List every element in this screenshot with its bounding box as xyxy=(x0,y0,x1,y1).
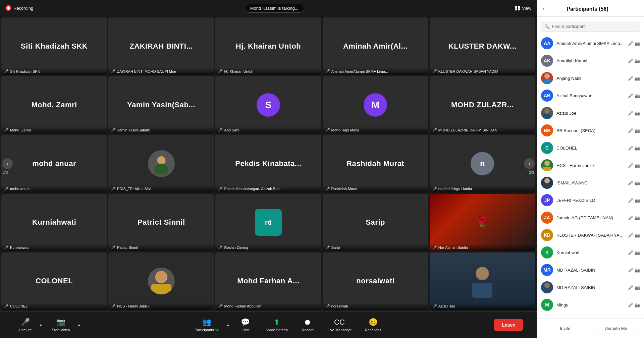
unmute-button[interactable]: 🎤 Unmute xyxy=(13,315,37,335)
unmute-caret[interactable]: ▲ xyxy=(38,322,44,328)
search-icon: 🔍 xyxy=(544,24,550,29)
list-item[interactable]: AA Aminah Amir(Alumni SMKA Lima... 🎤 📷 xyxy=(537,35,644,52)
cam-action-icon: 📷 xyxy=(635,285,640,290)
video-tile-8[interactable]: S 🎤 Abd Sani xyxy=(215,76,321,133)
unmute-group: 🎤 Unmute ▲ xyxy=(13,315,44,335)
prev-page-button[interactable]: ‹ xyxy=(2,158,13,169)
video-tile-row5-2[interactable]: 🎤HCS - Harmi Junick xyxy=(108,252,214,310)
list-item[interactable]: JA Jumain AG (PD TAMBUNAN) 🎤 📷 xyxy=(537,209,644,226)
participant-name: Anjang Nabil xyxy=(556,76,625,81)
video-tile-5[interactable]: KLUSTER DAKW... 🎤 KLUSTER DAKWAH SABAH Y… xyxy=(430,17,535,75)
list-item[interactable]: HCS - Harmi Junick 🎤 📷 xyxy=(537,157,644,174)
azizul-avatar xyxy=(541,107,553,119)
participant-actions: 🎤 📷 xyxy=(628,93,640,98)
video-tile-9[interactable]: M 🎤 Mohd Rapi Manji xyxy=(323,76,428,133)
video-tile-row5-3[interactable]: Mohd Farhan A...🎤Mohd Farhan Abdullah xyxy=(215,252,321,310)
video-tile-4[interactable]: Aminah Amir(Al... 🎤 Aminah Amir(Alumni S… xyxy=(323,17,428,75)
grid-icon xyxy=(515,6,520,10)
cam-action-icon: 📷 xyxy=(635,146,640,151)
list-item[interactable]: K Kurniahwati 🎤 📷 xyxy=(537,244,644,261)
video-caret[interactable]: ▲ xyxy=(76,322,82,328)
list-item[interactable]: MD RAZALI SAIBIN 🎤 📷 xyxy=(537,279,644,296)
avatar: M xyxy=(541,299,553,311)
chat-button[interactable]: 💬 Chat xyxy=(234,315,257,335)
video-tile-12[interactable]: 🎤 PDIS_TPr Alijus Sipil xyxy=(108,135,214,192)
participants-caret[interactable]: ▲ xyxy=(225,322,231,328)
tile-footer-7: 🎤 Yamin Yasin(Sabah) xyxy=(108,126,214,133)
share-screen-button[interactable]: ⬆ Share Screen xyxy=(260,315,293,335)
avatar: MR xyxy=(541,264,553,276)
mic-muted-icon: 🎤 xyxy=(21,318,30,327)
video-tile-row5-5[interactable]: 🎤Azizul Joe xyxy=(430,252,535,310)
svg-rect-3 xyxy=(157,164,165,166)
start-video-group: 📷 Start Video ▲ xyxy=(46,315,82,335)
mute-icon-15: 🎤 xyxy=(432,187,437,191)
record-icon: ⏺ xyxy=(304,318,311,327)
list-item[interactable]: KD KLUSTER DAKWAH SABAH YADIM 🎤 📷 xyxy=(537,226,644,244)
list-item[interactable]: MR MD RAZALI SAIBIN 🎤 📷 xyxy=(537,261,644,279)
unmute-me-button[interactable]: Unmute Me xyxy=(592,323,640,334)
tile-footer-6: 🎤 Mohd. Zamri xyxy=(1,126,107,133)
next-page-button[interactable]: › xyxy=(524,158,535,169)
video-tile-20[interactable]: 🌹 🎤 Nor Asmah Saidin xyxy=(430,194,535,251)
tile-footer-15: 🎤 norifed /cikgu Hanita xyxy=(430,185,535,192)
video-tile-11[interactable]: mohd anuar 🎤 mohd anuar xyxy=(1,135,107,192)
svg-rect-8 xyxy=(472,283,492,298)
video-tile-7[interactable]: Yamin Yasin(Sab... 🎤 Yamin Yasin(Sabah) xyxy=(108,76,214,133)
svg-point-12 xyxy=(544,108,550,114)
chat-icon: 💬 xyxy=(241,318,250,327)
tile-footer-2: 🎤 ZAKIRAH BINTI MOHD SAUPI Moe xyxy=(108,68,214,75)
tile-footer-9: 🎤 Mohd Rapi Manji xyxy=(323,126,428,133)
collapse-sidebar-button[interactable]: ‹ xyxy=(542,5,544,12)
mute-icon-6: 🎤 xyxy=(4,128,9,132)
start-video-button[interactable]: 📷 Start Video xyxy=(46,315,75,335)
video-tile-1[interactable]: Siti Khadizah SKK 🎤 Siti Khadizah SKK xyxy=(1,17,107,75)
talking-indicator: Mohd Kassim is talking... xyxy=(245,4,304,13)
video-tile-row5-1[interactable]: COLONEL🎤COLONEL xyxy=(1,252,107,310)
list-item[interactable]: C COLONEL 🎤 📷 xyxy=(537,139,644,157)
mute-icon-13: 🎤 xyxy=(218,187,223,191)
video-tile-3[interactable]: Hj. Khairan Untoh 🎤 Hj. Khairan Untoh xyxy=(215,17,321,75)
video-tile-17[interactable]: Patrict Sinnil 🎤 Patrict Sinnil xyxy=(108,194,214,251)
video-tile-15[interactable]: n 🎤 norifed /cikgu Hanita xyxy=(430,135,535,192)
video-tile-2[interactable]: ZAKIRAH BINTI... 🎤 ZAKIRAH BINTI MOHD SA… xyxy=(108,17,214,75)
list-item[interactable]: BR BB Rosnani (SECA) 🎤 📷 xyxy=(537,122,644,139)
list-item[interactable]: Anjang Nabil 🎤 📷 xyxy=(537,69,644,87)
mute-icon-5: 🎤 xyxy=(432,69,437,73)
cam-action-icon: 📷 xyxy=(635,180,640,185)
participant-actions: 🎤 📷 xyxy=(628,233,640,238)
video-tile-10[interactable]: MOHD ZULAZR... 🎤 MOHD ZULAZRIE DAHIM BIN… xyxy=(430,76,535,133)
record-button[interactable]: ⏺ Record xyxy=(296,315,319,335)
invite-button[interactable]: Invite xyxy=(541,323,589,334)
list-item[interactable]: JP JEFFRI PEKDIS LD 🎤 📷 xyxy=(537,191,644,209)
video-tile-row5-4[interactable]: norsalwati🎤norsalwati xyxy=(323,252,428,310)
mute-action-icon: 🎤 xyxy=(628,111,633,116)
list-item[interactable]: AK Amrullah Kamal 🎤 📷 xyxy=(537,52,644,69)
list-item[interactable]: M Mingu 🎤 📷 xyxy=(537,296,644,314)
video-tile-16[interactable]: Kurniahwati 🎤 Kurniahwati xyxy=(1,194,107,251)
list-item[interactable]: AB Azihal Bangsawan 🎤 📷 xyxy=(537,87,644,104)
live-transcript-button[interactable]: CC Live Transcript xyxy=(322,315,357,335)
participants-group: 👥 Participants 56 ▲ xyxy=(189,315,231,335)
cam-action-icon: 📷 xyxy=(635,76,640,81)
mute-icon-12: 🎤 xyxy=(111,187,116,191)
leave-button[interactable]: Leave xyxy=(494,319,523,331)
list-item[interactable]: ISMAIL AWANG 🎤 📷 xyxy=(537,174,644,191)
video-tile-6[interactable]: Mohd. Zamri 🎤 Mohd. Zamri xyxy=(1,76,107,133)
avatar xyxy=(541,159,553,171)
participants-button[interactable]: 👥 Participants 56 xyxy=(189,315,224,335)
list-item[interactable]: Azizul Joe 🎤 📷 xyxy=(537,104,644,122)
video-tile-19[interactable]: Sarip 🎤 Sarip xyxy=(323,194,428,251)
participant-search-input[interactable] xyxy=(541,21,640,32)
reactions-button[interactable]: 😊 Reactions xyxy=(360,315,387,335)
video-tile-14[interactable]: Rashidah Murat 🎤 Rashidah Murat xyxy=(323,135,428,192)
participant-name: BB Rosnani (SECA) xyxy=(556,128,625,133)
video-tile-18[interactable]: rd 🎤 Roslan Diming xyxy=(215,194,321,251)
view-button[interactable]: View xyxy=(515,6,531,11)
participant-name: JEFFRI PEKDIS LD xyxy=(556,198,625,203)
center-toolbar-group: 👥 Participants 56 ▲ 💬 Chat ⬆ Share Scree… xyxy=(189,315,386,335)
avatar-9: M xyxy=(364,93,387,117)
video-tile-13[interactable]: Pekdis Kinabata... 🎤 Pekdis Kinabatangan… xyxy=(215,135,321,192)
cam-action-icon: 📷 xyxy=(635,198,640,203)
cam-action-icon: 📷 xyxy=(635,93,640,98)
